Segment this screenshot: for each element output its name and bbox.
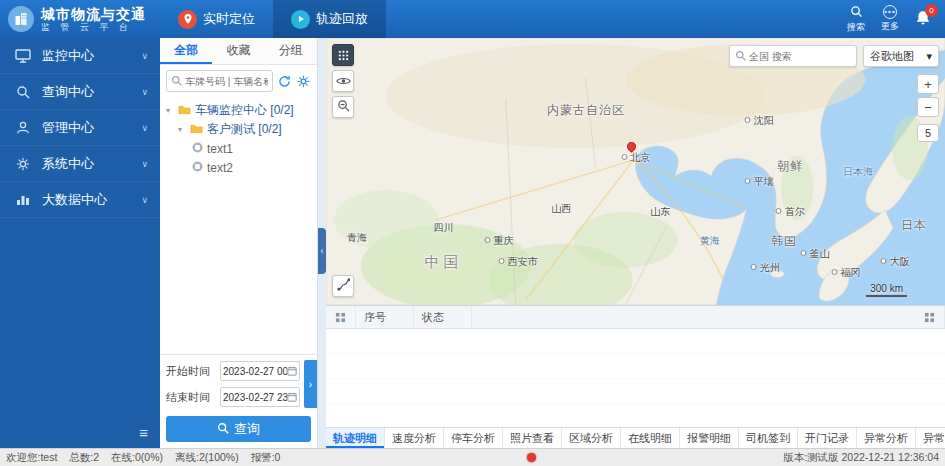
sidebar-item-label: 管理中心: [42, 119, 94, 137]
more-icon: •••: [883, 5, 897, 19]
notification-button[interactable]: 0: [915, 8, 931, 30]
sidebar-item-monitor-center[interactable]: 监控中心 ∨: [0, 38, 160, 74]
chevron-down-icon: ∨: [141, 51, 148, 61]
chevron-down-icon: ∨: [141, 87, 148, 97]
tree-node-vehicle[interactable]: text1: [166, 139, 311, 158]
chevron-down-icon: ∨: [141, 195, 148, 205]
tab-online-detail[interactable]: 在线明细: [621, 428, 680, 448]
map-label-gwangju: 光州: [751, 261, 780, 275]
tab-parking-analysis[interactable]: 停车分析: [444, 428, 503, 448]
tab-all[interactable]: 全部: [160, 38, 212, 64]
tab-groups[interactable]: 分组: [265, 38, 317, 64]
status-alarm: 报警:0: [251, 451, 281, 465]
map-visibility-button[interactable]: [332, 70, 354, 92]
column-header-status[interactable]: 状态: [414, 306, 472, 328]
map-label-shandong: 山东: [650, 205, 670, 219]
tab-door-records[interactable]: 开门记录: [798, 428, 857, 448]
sidebar-item-query-center[interactable]: 查询中心 ∨: [0, 74, 160, 110]
sidebar-item-system-center[interactable]: 系统中心 ∨: [0, 146, 160, 182]
tree-node-vehicle[interactable]: text2: [166, 158, 311, 177]
settings-gear-icon[interactable]: [296, 74, 311, 89]
map-label-seoul: 首尔: [776, 205, 805, 219]
top-header: 城市物流与交通 监 管 云 平 台 实时定位 轨迹回放: [0, 0, 945, 38]
header-more-label: 更多: [881, 20, 899, 33]
start-time-input[interactable]: [223, 366, 287, 377]
vehicle-panel: 全部 收藏 分组 ▾: [160, 38, 318, 448]
tree-node-group[interactable]: ▾ 客户测试 [0/2]: [166, 120, 311, 139]
map-label-korea: 韩国: [771, 232, 797, 249]
table-grid-icon[interactable]: [326, 306, 356, 328]
map-canvas[interactable]: 内蒙古自治区 沈阳 北京 山西 山东 青海 四川 重庆 西安市 中国 黄海 朝鲜…: [326, 38, 945, 305]
sidebar-collapse-button[interactable]: ≡: [139, 425, 148, 440]
column-header-seq[interactable]: 序号: [356, 306, 414, 328]
tree-node-root[interactable]: ▾ 车辆监控中心 [0/2]: [166, 101, 311, 120]
sidebar-item-bigdata-center[interactable]: 大数据中心 ∨: [0, 182, 160, 218]
map-label-inner-mongolia: 内蒙古自治区: [547, 102, 625, 119]
map-label-qinghai: 青海: [347, 231, 367, 245]
monitor-icon: [12, 49, 34, 63]
map-label-north-korea: 朝鲜: [777, 158, 803, 175]
expand-icon[interactable]: ▾: [166, 106, 174, 115]
status-bar: 欢迎您:test 总数:2 在线:0(0%) 离线:2(100%) 报警:0 版…: [0, 448, 945, 466]
map-label-osaka: 大阪: [881, 255, 910, 269]
header-more-button[interactable]: ••• 更多: [881, 5, 899, 33]
status-total: 总数:2: [69, 451, 99, 465]
zoom-in-button[interactable]: +: [917, 74, 939, 94]
header-tools: 搜索 ••• 更多 0: [847, 5, 945, 34]
zoom-level-indicator: 5: [917, 124, 939, 142]
refresh-icon[interactable]: [277, 74, 292, 89]
chevron-down-icon: ▾: [926, 50, 932, 63]
tab-favorites[interactable]: 收藏: [212, 38, 264, 64]
panel-collapse-button[interactable]: ‹: [318, 228, 326, 274]
time-range-section: 开始时间 结束时间: [160, 354, 317, 412]
table-body-empty[interactable]: [326, 329, 945, 427]
panel-collapse-strip: ‹: [318, 38, 326, 448]
map-search-input[interactable]: [749, 51, 851, 62]
app-title: 城市物流与交通: [41, 6, 146, 22]
location-pin-icon: [178, 10, 197, 29]
logo-building-icon: [8, 6, 34, 32]
magnifier-minus-icon: [337, 98, 350, 116]
query-button[interactable]: 查询: [166, 416, 311, 442]
calendar-icon[interactable]: [287, 388, 297, 406]
tab-alarm-detail[interactable]: 报警明细: [680, 428, 739, 448]
map-route-tool-button[interactable]: [332, 275, 354, 297]
map-label-china: 中国: [425, 253, 463, 272]
nav-realtime-location[interactable]: 实时定位: [160, 0, 273, 38]
tab-track-detail[interactable]: 轨迹明细: [326, 428, 385, 448]
table-settings-icon[interactable]: [915, 306, 945, 328]
zoom-out-button[interactable]: −: [917, 97, 939, 117]
expand-icon[interactable]: ▾: [178, 125, 186, 134]
vehicle-search-input[interactable]: [185, 76, 268, 87]
calendar-icon[interactable]: [287, 362, 297, 380]
tab-driver-checkin[interactable]: 司机签到: [739, 428, 798, 448]
vehicle-tree: ▾ 车辆监控中心 [0/2] ▾ 客户测试 [0/2]: [160, 97, 317, 354]
map-scale: 300 km: [866, 283, 907, 297]
tab-area-analysis[interactable]: 区域分析: [562, 428, 621, 448]
sidebar-item-manage-center[interactable]: 管理中心 ∨: [0, 110, 160, 146]
gear-icon: [12, 157, 34, 171]
tab-anomaly-analysis[interactable]: 异常分析: [857, 428, 916, 448]
header-search-button[interactable]: 搜索: [847, 5, 865, 34]
status-welcome: 欢迎您:test: [6, 451, 57, 465]
status-online: 在线:0(0%): [111, 451, 163, 465]
table-header: 序号 状态: [326, 306, 945, 329]
end-time-input[interactable]: [223, 392, 287, 403]
map-label-japan: 日本: [901, 216, 927, 233]
nav-track-playback[interactable]: 轨迹回放: [273, 0, 386, 38]
end-time-label: 结束时间: [166, 390, 216, 405]
start-time-label: 开始时间: [166, 364, 216, 379]
time-expand-button[interactable]: ›: [304, 360, 317, 408]
tab-speed-analysis[interactable]: 速度分析: [385, 428, 444, 448]
tab-anomaly-mileage[interactable]: 异常里程: [916, 428, 945, 448]
map-type-dropdown[interactable]: 谷歌地图 ▾: [863, 45, 939, 67]
eye-icon: [336, 72, 351, 90]
sidebar-item-label: 监控中心: [42, 47, 94, 65]
map-zoomout-tool-button[interactable]: [332, 96, 354, 118]
tab-photo-view[interactable]: 照片查看: [503, 428, 562, 448]
search-icon: [735, 47, 746, 65]
map-layers-button[interactable]: [332, 44, 354, 66]
playback-icon: [291, 10, 310, 29]
panel-tab-bar: 全部 收藏 分组: [160, 38, 317, 65]
bottom-tab-bar: 轨迹明细 速度分析 停车分析 照片查看 区域分析 在线明细 报警明细 司机签到 …: [326, 427, 945, 448]
